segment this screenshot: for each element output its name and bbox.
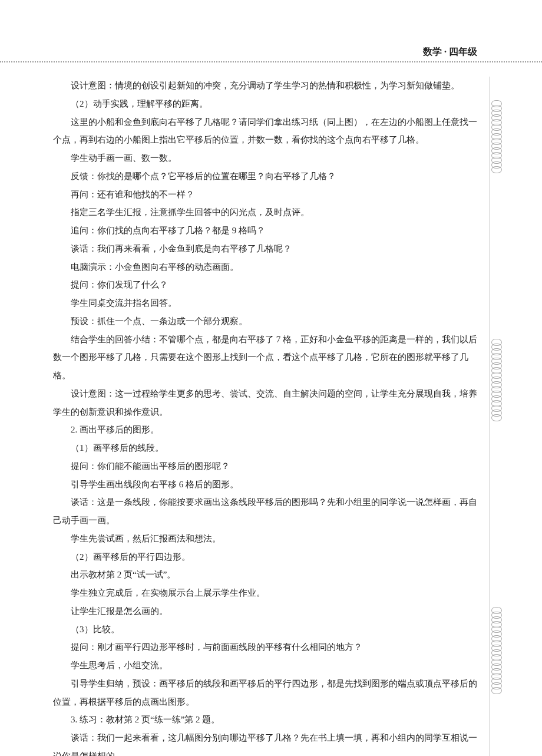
paragraph: 设计意图：情境的创设引起新知的冲突，充分调动了学生学习的热情和积极性，为学习新知… [53,77,477,95]
paragraph: 学生独立完成后，在实物展示台上展示学生作业。 [53,584,477,602]
paragraph: 引导学生归纳，预设：画平移后的线段和画平移后的平行四边形，都是先找到图形的端点或… [53,675,477,711]
header-divider [0,61,542,62]
paragraph: 学生思考后，小组交流。 [53,656,477,675]
paragraph: 预设：抓住一个点、一条边或一个部分观察。 [53,312,477,331]
paragraph: 指定三名学生汇报，注意抓学生回答中的闪光点，及时点评。 [53,203,477,222]
paragraph: 谈话：我们再来看看，小金鱼到底是向右平移了几格呢？ [53,240,477,258]
paragraph: 结合学生的回答小结：不管哪个点，都是向右平移了 7 格，正好和小金鱼平移的距离是… [53,331,477,385]
paragraph: 学生动手画一画、数一数。 [53,149,477,167]
paragraph: 提问：刚才画平行四边形平移时，与前面画线段的平移有什么相同的地方？ [53,638,477,656]
paragraph: 学生同桌交流并指名回答。 [53,294,477,312]
paragraph: 这里的小船和金鱼到底向右平移了几格呢？请同学们拿出练习纸（同上图），在左边的小船… [53,113,477,150]
grade-label: 四年级 [449,47,477,57]
subject-label: 数学 [423,47,442,57]
paragraph: （3）比较。 [53,620,477,639]
binding-spring-top [491,100,504,171]
binding-spring-mid [491,339,504,419]
header-dot: · [444,47,447,57]
paragraph: 3. 练习：教材第 2 页“练一练”第 2 题。 [53,711,477,729]
paragraph: 设计意图：这一过程给学生更多的思考、尝试、交流、自主解决问题的空间，让学生充分展… [53,385,477,421]
body-content: 设计意图：情境的创设引起新知的冲突，充分调动了学生学习的热情和积极性，为学习新知… [53,77,477,756]
paragraph: 2. 画出平移后的图形。 [53,421,477,439]
binding-spring-bottom [491,607,504,692]
page: 数学 · 四年级 设计意图：情境的创设引起新知的冲突，充分调动了学生学习的热情和… [0,0,542,756]
paragraph: 再问：还有谁和他找的不一样？ [53,186,477,204]
paragraph: 电脑演示：小金鱼图向右平移的动态画面。 [53,258,477,276]
paragraph: 引导学生画出线段向右平移 6 格后的图形。 [53,476,477,494]
paragraph: 提问：你们发现了什么？ [53,276,477,294]
paragraph: 谈话：这是一条线段，你能按要求画出这条线段平移后的图形吗？先和小组里的同学说一说… [53,493,477,530]
paragraph: 学生先尝试画，然后汇报画法和想法。 [53,530,477,548]
paragraph: （2）画平移后的平行四边形。 [53,548,477,566]
paragraph: 追问：你们找的点向右平移了几格？都是 9 格吗？ [53,222,477,240]
paragraph: （2）动手实践，理解平移的距离。 [53,95,477,113]
paragraph: 提问：你们能不能画出平移后的图形呢？ [53,457,477,476]
paragraph: 让学生汇报是怎么画的。 [53,602,477,620]
paragraph: 谈话：我们一起来看看，这几幅图分别向哪边平移了几格？先在书上填一填，再和小组内的… [53,729,477,756]
paragraph: 出示教材第 2 页“试一试”。 [53,566,477,584]
margin-rule [490,77,490,756]
paragraph: 反馈：你找的是哪个点？它平移后的位置在哪里？向右平移了几格？ [53,167,477,186]
paragraph: （1）画平移后的线段。 [53,439,477,457]
page-header: 数学 · 四年级 [423,46,477,58]
